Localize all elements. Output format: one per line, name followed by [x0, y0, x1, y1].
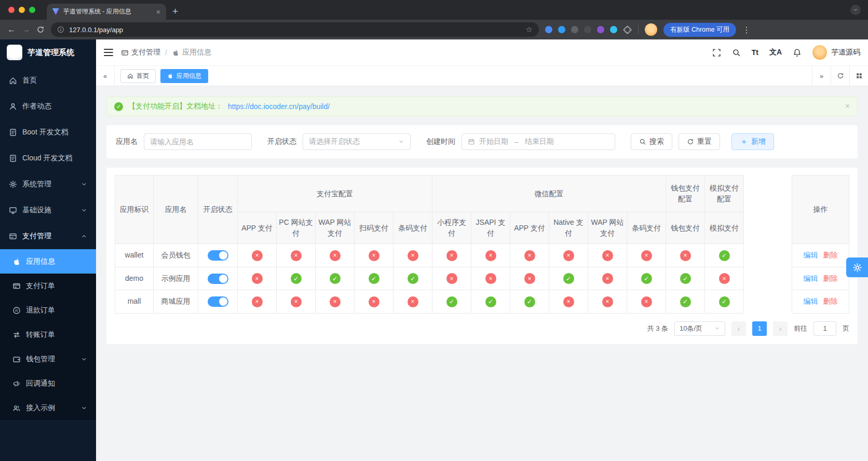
extension-icon-purple[interactable]: [597, 26, 604, 33]
reload-button[interactable]: [36, 25, 45, 34]
window-zoom-button[interactable]: [29, 7, 35, 13]
tab-close-icon[interactable]: ×: [156, 8, 160, 16]
user-menu[interactable]: 芋道源码: [812, 45, 860, 60]
page-1-button[interactable]: 1: [752, 321, 767, 336]
enabled-toggle[interactable]: [208, 250, 228, 261]
delete-link[interactable]: 删除: [823, 274, 838, 282]
table-card: 应用标识应用名开启状态支付宝配置微信配置钱包支付配置模拟支付配置操作APP 支付…: [106, 168, 858, 344]
forward-button[interactable]: →: [22, 25, 30, 34]
tags-scroll-left-button[interactable]: «: [96, 66, 115, 86]
enabled-cell: [198, 290, 238, 314]
sidebar-item-app-info[interactable]: 应用信息: [0, 249, 96, 274]
chrome-update-chip[interactable]: 有新版 Chrome 可用: [663, 23, 736, 37]
disabled-status-icon: ×: [485, 273, 496, 284]
sidebar-item-author-news[interactable]: 作者动态: [0, 93, 96, 119]
enabled-cell: [198, 267, 238, 290]
browser-tab[interactable]: 芋道管理系统 - 应用信息 ×: [47, 4, 166, 20]
toolbar-divider: [638, 25, 639, 34]
extension-icon-dark-circle[interactable]: [584, 26, 591, 33]
browser-menu-icon[interactable]: ⋮: [742, 25, 751, 35]
tags-refresh-button[interactable]: [831, 66, 849, 86]
enabled-status-icon: ✓: [719, 250, 730, 261]
collapse-menu-icon[interactable]: [104, 49, 113, 56]
alert-close-icon[interactable]: ×: [845, 102, 850, 111]
breadcrumb-item-pay[interactable]: 支付管理: [121, 48, 160, 57]
delete-link[interactable]: 删除: [823, 297, 838, 305]
app-logo[interactable]: 芋道管理系统: [0, 39, 96, 65]
enabled-toggle[interactable]: [208, 274, 228, 284]
enabled-toggle[interactable]: [208, 296, 228, 307]
payment-status-cell: ×: [394, 244, 432, 267]
font-size-icon[interactable]: Tt: [752, 48, 758, 57]
date-range-picker[interactable]: 开始日期 – 结束日期: [462, 133, 615, 150]
goto-page-input[interactable]: [813, 321, 836, 336]
page-size-select[interactable]: 10条/页: [674, 321, 725, 336]
sidebar-item-refund-order[interactable]: R退款订单: [0, 298, 96, 322]
sidebar-item-system[interactable]: 系统管理: [0, 171, 96, 197]
payment-status-cell: ×: [627, 290, 666, 314]
search-button[interactable]: 搜索: [631, 133, 672, 150]
doc-link[interactable]: https://doc.iocoder.cn/pay/build/: [228, 102, 330, 111]
delete-link[interactable]: 删除: [823, 251, 838, 259]
search-icon[interactable]: [732, 48, 741, 57]
sidebar-item-cloud-docs[interactable]: Cloud 开发文档: [0, 145, 96, 171]
edit-link[interactable]: 编辑: [804, 251, 818, 259]
sidebar-item-boot-docs[interactable]: Boot 开发文档: [0, 119, 96, 145]
sidebar-item-callback-notify[interactable]: 回调通知: [0, 371, 96, 396]
add-button[interactable]: ＋ 新增: [731, 133, 774, 150]
tags-scroll-right-button[interactable]: »: [812, 66, 831, 86]
extension-icon-grid[interactable]: [545, 26, 552, 33]
edit-link[interactable]: 编辑: [804, 274, 818, 282]
enabled-status-icon: ✓: [680, 273, 691, 284]
breadcrumb-item-app-info[interactable]: 应用信息: [172, 48, 211, 57]
bookmark-star-icon[interactable]: ☆: [526, 25, 533, 34]
url-bar[interactable]: 127.0.0.1/pay/app ☆: [51, 22, 539, 37]
disabled-status-icon: ×: [369, 296, 379, 307]
window-minimize-button[interactable]: [19, 7, 25, 13]
disabled-status-icon: ×: [641, 250, 652, 261]
payment-status-cell: ✓: [666, 290, 705, 314]
extension-icon-drop[interactable]: [558, 26, 565, 33]
fullscreen-icon[interactable]: [712, 48, 721, 57]
app-name-input[interactable]: [150, 138, 246, 146]
tag-home[interactable]: 首页: [120, 69, 156, 83]
bell-icon[interactable]: [793, 48, 802, 57]
prev-page-button[interactable]: ‹: [731, 321, 746, 336]
back-button[interactable]: ←: [7, 25, 16, 34]
enabled-status-icon: ✓: [524, 296, 535, 307]
tags-menu-button[interactable]: [849, 66, 868, 86]
chevron-down-icon: [853, 7, 858, 12]
sidebar-item-pay[interactable]: 支付管理: [0, 223, 96, 249]
sidebar-item-transfer-order[interactable]: 转账订单: [0, 322, 96, 347]
next-page-button[interactable]: ›: [773, 321, 788, 336]
locale-icon[interactable]: 文A: [769, 48, 782, 57]
sidebar-item-label: 转账订单: [26, 330, 55, 340]
sidebar-item-infra[interactable]: 基础设施: [0, 197, 96, 223]
extension-icon-dark-ring[interactable]: [571, 26, 578, 33]
status-select[interactable]: 请选择开启状态: [303, 133, 411, 150]
tab-search-button[interactable]: [850, 5, 861, 15]
payment-status-cell: ✓: [705, 244, 744, 267]
site-info-icon[interactable]: [57, 26, 64, 33]
tag-app-info[interactable]: 应用信息: [160, 69, 208, 83]
chevron-down-icon: [81, 356, 87, 362]
edit-link[interactable]: 编辑: [804, 297, 818, 305]
new-tab-button[interactable]: +: [172, 6, 178, 16]
extensions-puzzle-icon[interactable]: [623, 25, 632, 34]
sidebar-item-home[interactable]: 首页: [0, 67, 96, 93]
disabled-status-icon: ×: [408, 296, 418, 307]
actions-cell: 编辑删除: [792, 290, 849, 314]
window-close-button[interactable]: [8, 7, 15, 13]
sidebar-item-examples[interactable]: 接入示例: [0, 396, 96, 420]
sidebar-item-pay-order[interactable]: 支付订单: [0, 274, 96, 298]
browser-profile-avatar[interactable]: [645, 23, 657, 36]
sidebar-item-wallet-mgmt[interactable]: 钱包管理: [0, 347, 96, 371]
notify-icon: [12, 379, 21, 388]
reset-button[interactable]: 重置: [679, 133, 720, 150]
column-header: PC 网站支付: [277, 212, 316, 244]
payment-status-cell: ×: [666, 244, 705, 267]
refresh-icon: [687, 138, 694, 145]
app-name-label: 应用名: [116, 137, 138, 146]
settings-gear-button[interactable]: [846, 257, 868, 277]
extension-icon-cyan[interactable]: [610, 26, 617, 33]
